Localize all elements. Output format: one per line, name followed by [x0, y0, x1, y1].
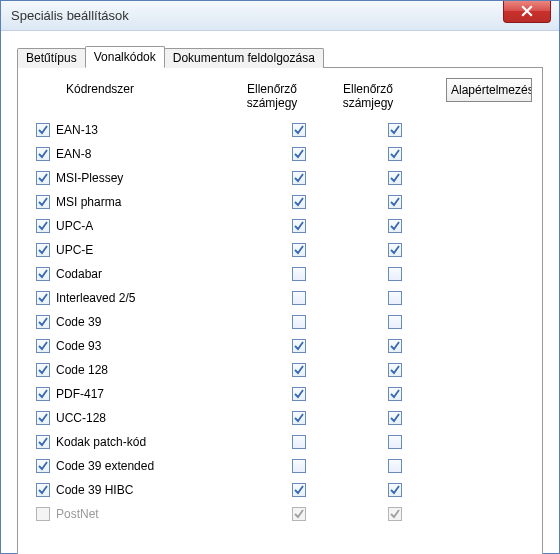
check-digit-1-checkbox[interactable] — [292, 363, 306, 377]
barcode-name: UPC-A — [56, 219, 93, 233]
enable-checkbox[interactable] — [36, 435, 50, 449]
check-digit-1-checkbox[interactable] — [292, 411, 306, 425]
barcode-name: Code 93 — [56, 339, 101, 353]
enable-checkbox[interactable] — [36, 483, 50, 497]
barcode-name: Codabar — [56, 267, 102, 281]
barcode-row: UPC-E — [36, 238, 530, 262]
content: BetűtípusVonalkódokDokumentum feldolgozá… — [1, 31, 559, 554]
barcode-row: Code 39 HIBC — [36, 478, 530, 502]
tab-bet-t-pus[interactable]: Betűtípus — [17, 48, 86, 68]
close-button[interactable] — [503, 1, 551, 23]
barcode-row: UPC-A — [36, 214, 530, 238]
barcode-row: EAN-13 — [36, 118, 530, 142]
check-digit-1-checkbox[interactable] — [292, 483, 306, 497]
enable-checkbox[interactable] — [36, 339, 50, 353]
column-check1: Ellenőrző számjegy — [224, 82, 320, 110]
check-digit-1-checkbox[interactable] — [292, 459, 306, 473]
enable-checkbox[interactable] — [36, 243, 50, 257]
barcode-name: MSI-Plessey — [56, 171, 123, 185]
enable-checkbox[interactable] — [36, 387, 50, 401]
barcode-name: Code 128 — [56, 363, 108, 377]
barcode-row: Code 39 extended — [36, 454, 530, 478]
check-digit-2-checkbox[interactable] — [388, 219, 402, 233]
barcode-row: Codabar — [36, 262, 530, 286]
check-digit-2-checkbox[interactable] — [388, 195, 402, 209]
column-codesystem: Kódrendszer — [36, 82, 224, 110]
barcode-name: UPC-E — [56, 243, 93, 257]
close-icon — [521, 5, 533, 17]
enable-checkbox[interactable] — [36, 123, 50, 137]
check-digit-2-checkbox — [388, 507, 402, 521]
enable-checkbox[interactable] — [36, 363, 50, 377]
barcode-row: Interleaved 2/5 — [36, 286, 530, 310]
column-check2: Ellenőrző számjegy — [320, 82, 416, 110]
check-digit-1-checkbox — [292, 507, 306, 521]
tab-panel-vonalkodok: Alapértelmezés Kódrendszer Ellenőrző szá… — [17, 67, 543, 554]
barcode-row: PDF-417 — [36, 382, 530, 406]
barcode-row: Code 39 — [36, 310, 530, 334]
barcode-row: EAN-8 — [36, 142, 530, 166]
check-digit-1-checkbox[interactable] — [292, 315, 306, 329]
barcode-name: PDF-417 — [56, 387, 104, 401]
enable-checkbox[interactable] — [36, 459, 50, 473]
check-digit-2-checkbox[interactable] — [388, 243, 402, 257]
enable-checkbox[interactable] — [36, 267, 50, 281]
barcode-name: MSI pharma — [56, 195, 121, 209]
check-digit-2-checkbox[interactable] — [388, 291, 402, 305]
barcode-name: UCC-128 — [56, 411, 106, 425]
barcode-row: UCC-128 — [36, 406, 530, 430]
barcode-name: Code 39 extended — [56, 459, 154, 473]
check-digit-2-checkbox[interactable] — [388, 267, 402, 281]
barcode-row: MSI-Plessey — [36, 166, 530, 190]
check-digit-1-checkbox[interactable] — [292, 171, 306, 185]
check-digit-1-checkbox[interactable] — [292, 219, 306, 233]
barcode-name: PostNet — [56, 507, 99, 521]
check-digit-1-checkbox[interactable] — [292, 195, 306, 209]
enable-checkbox[interactable] — [36, 195, 50, 209]
check-digit-1-checkbox[interactable] — [292, 147, 306, 161]
barcode-row: Code 128 — [36, 358, 530, 382]
check-digit-2-checkbox[interactable] — [388, 411, 402, 425]
barcode-row: Kodak patch-kód — [36, 430, 530, 454]
enable-checkbox[interactable] — [36, 291, 50, 305]
barcode-row: Code 93 — [36, 334, 530, 358]
tab-dokumentum-feldolgoz-sa[interactable]: Dokumentum feldolgozása — [164, 48, 324, 68]
enable-checkbox — [36, 507, 50, 521]
check-digit-2-checkbox[interactable] — [388, 363, 402, 377]
barcode-name: EAN-8 — [56, 147, 91, 161]
barcode-name: Interleaved 2/5 — [56, 291, 135, 305]
titlebar: Speciális beállítások — [1, 1, 559, 31]
check-digit-2-checkbox[interactable] — [388, 387, 402, 401]
tab-vonalk-dok[interactable]: Vonalkódok — [85, 46, 165, 68]
defaults-button[interactable]: Alapértelmezés — [446, 78, 532, 102]
enable-checkbox[interactable] — [36, 315, 50, 329]
barcode-row: MSI pharma — [36, 190, 530, 214]
check-digit-1-checkbox[interactable] — [292, 291, 306, 305]
check-digit-1-checkbox[interactable] — [292, 339, 306, 353]
check-digit-1-checkbox[interactable] — [292, 387, 306, 401]
check-digit-2-checkbox[interactable] — [388, 147, 402, 161]
check-digit-2-checkbox[interactable] — [388, 435, 402, 449]
check-digit-1-checkbox[interactable] — [292, 267, 306, 281]
tab-row: BetűtípusVonalkódokDokumentum feldolgozá… — [17, 45, 543, 67]
check-digit-2-checkbox[interactable] — [388, 483, 402, 497]
check-digit-1-checkbox[interactable] — [292, 435, 306, 449]
barcode-name: Kodak patch-kód — [56, 435, 146, 449]
check-digit-2-checkbox[interactable] — [388, 339, 402, 353]
check-digit-2-checkbox[interactable] — [388, 171, 402, 185]
check-digit-2-checkbox[interactable] — [388, 459, 402, 473]
barcode-name: EAN-13 — [56, 123, 98, 137]
enable-checkbox[interactable] — [36, 219, 50, 233]
check-digit-1-checkbox[interactable] — [292, 243, 306, 257]
barcode-name: Code 39 — [56, 315, 101, 329]
enable-checkbox[interactable] — [36, 411, 50, 425]
check-digit-2-checkbox[interactable] — [388, 123, 402, 137]
enable-checkbox[interactable] — [36, 171, 50, 185]
barcode-name: Code 39 HIBC — [56, 483, 133, 497]
check-digit-1-checkbox[interactable] — [292, 123, 306, 137]
enable-checkbox[interactable] — [36, 147, 50, 161]
barcode-row: PostNet — [36, 502, 530, 526]
window: Speciális beállítások BetűtípusVonalkódo… — [0, 0, 560, 554]
check-digit-2-checkbox[interactable] — [388, 315, 402, 329]
window-title: Speciális beállítások — [11, 8, 129, 23]
